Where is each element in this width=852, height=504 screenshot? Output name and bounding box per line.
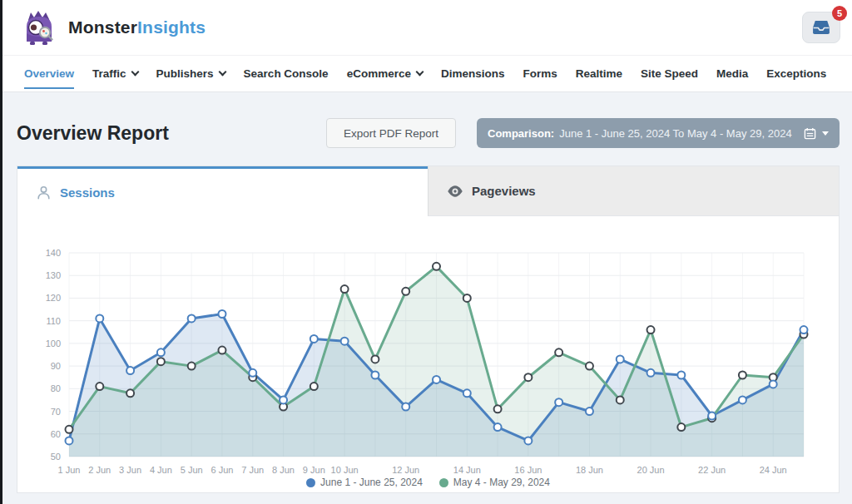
svg-text:4 Jun: 4 Jun	[150, 465, 172, 475]
report-toolbar: Overview Report Export PDF Report Compar…	[17, 117, 840, 149]
nav-item-forms[interactable]: Forms	[513, 56, 566, 92]
legend-dot-icon	[439, 478, 448, 487]
svg-text:140: 140	[46, 248, 61, 258]
svg-text:12 Jun: 12 Jun	[392, 465, 419, 475]
tab-pageviews-label: Pageviews	[472, 184, 536, 198]
nav-item-traffic[interactable]: Traffic	[83, 56, 147, 92]
legend-label: June 1 - June 25, 2024	[320, 477, 423, 488]
svg-text:130: 130	[46, 270, 61, 280]
notification-badge: 5	[832, 6, 847, 21]
nav-item-label: Dimensions	[441, 67, 505, 80]
notifications-button[interactable]: 5	[802, 12, 840, 43]
calendar-icon	[804, 127, 816, 140]
nav-item-label: Search Console	[244, 67, 329, 80]
svg-text:120: 120	[46, 293, 61, 303]
legend-item: May 4 - May 29, 2024	[439, 477, 550, 488]
nav-item-label: Realtime	[576, 67, 622, 80]
monsterinsights-logo-icon	[20, 8, 58, 47]
nav-item-ecommerce[interactable]: eCommerce	[338, 56, 432, 92]
nav-item-search-console[interactable]: Search Console	[235, 56, 338, 92]
svg-text:10 Jun: 10 Jun	[331, 465, 359, 475]
tab-sessions-label: Sessions	[60, 185, 115, 200]
main-nav: OverviewTrafficPublishersSearch Consolee…	[0, 55, 852, 91]
nav-item-label: Publishers	[156, 67, 214, 80]
nav-item-label: Media	[716, 67, 748, 80]
nav-item-media[interactable]: Media	[707, 56, 757, 92]
brand-insights: Insights	[137, 17, 206, 37]
svg-text:16 Jun: 16 Jun	[514, 465, 542, 475]
svg-text:70: 70	[51, 407, 61, 417]
svg-text:50: 50	[51, 452, 61, 462]
nav-item-dimensions[interactable]: Dimensions	[432, 56, 514, 92]
svg-text:6 Jun: 6 Jun	[211, 465, 233, 475]
comparison-date-picker[interactable]: Comparison: June 1 - June 25, 2024 To Ma…	[477, 118, 840, 148]
nav-item-label: Site Speed	[641, 67, 698, 80]
sessions-chart-area: 50607080901001101201301401 Jun2 Jun3 Jun…	[17, 216, 839, 492]
chart-legend: June 1 - June 25, 2024May 4 - May 29, 20…	[17, 477, 839, 488]
svg-text:22 Jun: 22 Jun	[698, 465, 726, 475]
metric-tabs: Sessions Pageviews	[17, 166, 839, 216]
nav-item-exceptions[interactable]: Exceptions	[757, 56, 835, 92]
comparison-value: June 1 - June 25, 2024 To May 4 - May 29…	[559, 127, 791, 140]
nav-item-publishers[interactable]: Publishers	[147, 56, 235, 92]
svg-text:18 Jun: 18 Jun	[576, 465, 603, 475]
chevron-down-icon	[131, 68, 139, 77]
svg-text:60: 60	[51, 429, 61, 439]
svg-text:90: 90	[51, 361, 61, 371]
svg-text:110: 110	[46, 316, 61, 326]
chevron-down-icon	[415, 68, 424, 77]
person-icon	[36, 185, 52, 200]
svg-text:80: 80	[51, 383, 61, 393]
tab-pageviews[interactable]: Pageviews	[428, 166, 839, 216]
svg-text:5 Jun: 5 Jun	[181, 465, 203, 475]
window-left-edge	[0, 0, 2, 504]
svg-text:8 Jun: 8 Jun	[272, 465, 295, 475]
legend-label: May 4 - May 29, 2024	[453, 477, 550, 488]
nav-item-label: Forms	[523, 67, 557, 80]
legend-dot-icon	[306, 478, 315, 487]
svg-text:24 Jun: 24 Jun	[760, 465, 787, 475]
export-pdf-button[interactable]: Export PDF Report	[326, 118, 456, 148]
chevron-down-icon	[218, 68, 226, 77]
legend-item: June 1 - June 25, 2024	[306, 477, 423, 488]
svg-text:14 Jun: 14 Jun	[453, 465, 481, 475]
page-title: Overview Report	[17, 122, 169, 145]
comparison-label: Comparison:	[488, 127, 554, 140]
svg-text:20 Jun: 20 Jun	[637, 465, 665, 475]
report-card: Sessions Pageviews 506070809010011012013…	[17, 166, 840, 493]
top-bar: MonsterInsights 5	[0, 0, 852, 55]
nav-item-label: eCommerce	[347, 67, 411, 80]
svg-text:100: 100	[46, 338, 61, 348]
nav-item-overview[interactable]: Overview	[15, 56, 83, 92]
svg-text:1 Jun: 1 Jun	[58, 465, 81, 475]
nav-item-site-speed[interactable]: Site Speed	[632, 56, 707, 92]
chevron-down-icon	[822, 131, 829, 136]
nav-item-label: Exceptions	[766, 67, 826, 80]
eye-icon	[447, 185, 463, 198]
svg-text:3 Jun: 3 Jun	[119, 465, 141, 475]
nav-item-label: Traffic	[92, 67, 126, 80]
svg-text:7 Jun: 7 Jun	[241, 465, 264, 475]
brand-monster: Monster	[68, 17, 137, 37]
nav-item-label: Overview	[24, 67, 74, 80]
inbox-icon	[812, 20, 830, 35]
svg-text:9 Jun: 9 Jun	[303, 465, 325, 475]
svg-text:2 Jun: 2 Jun	[88, 465, 111, 475]
nav-item-realtime[interactable]: Realtime	[567, 56, 632, 92]
content-area: Overview Report Export PDF Report Compar…	[0, 91, 852, 504]
tab-sessions[interactable]: Sessions	[17, 166, 428, 216]
brand-wordmark: MonsterInsights	[68, 17, 206, 37]
sessions-comparison-chart: 50607080901001101201301401 Jun2 Jun3 Jun…	[17, 216, 839, 492]
